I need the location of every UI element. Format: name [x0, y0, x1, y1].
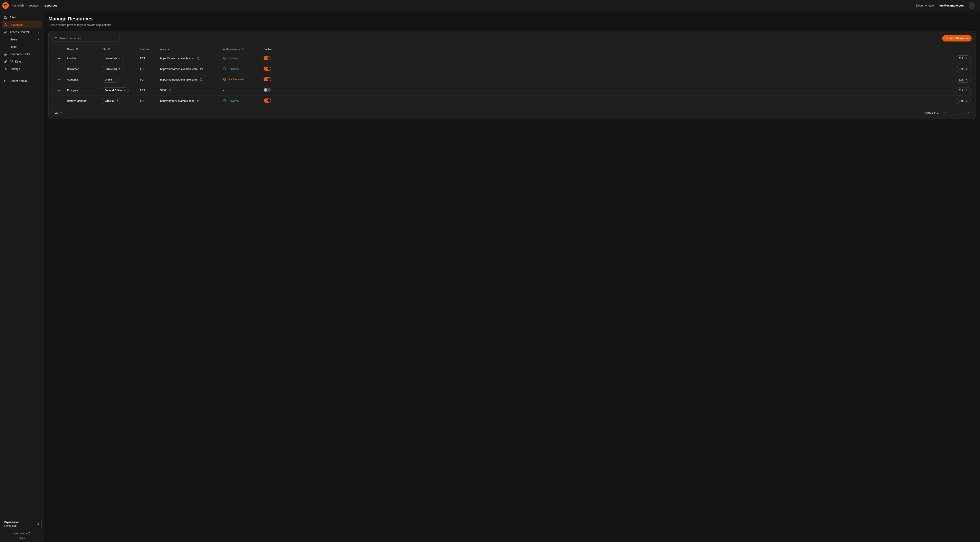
shield-off-icon — [223, 78, 226, 81]
site-link[interactable]: Office — [102, 77, 119, 83]
arrow-right-icon — [965, 68, 968, 70]
sidebar-item-label: Users — [10, 38, 18, 41]
row-menu-button[interactable]: ⋯ — [57, 56, 63, 61]
prev-page-button[interactable] — [950, 110, 956, 116]
auth-status: - — [223, 89, 224, 92]
arrow-right-icon — [965, 99, 968, 102]
users-icon — [4, 30, 7, 34]
organization-text: Organization Home Lab — [4, 521, 37, 527]
last-page-button[interactable] — [966, 110, 972, 116]
arrow-up-right-icon — [116, 100, 118, 102]
avatar[interactable]: J — [969, 2, 975, 9]
sidebar-item-users[interactable]: Users — [2, 36, 42, 43]
open-source-link[interactable]: Open Source — [2, 532, 42, 535]
documentation-link[interactable]: Documentation — [916, 4, 935, 7]
row-menu-button[interactable]: ⋯ — [57, 67, 63, 72]
sort-icon[interactable] — [241, 48, 244, 51]
column-header-site[interactable]: Site — [102, 48, 140, 51]
search-input[interactable] — [52, 35, 120, 42]
resource-protocol: TCP — [140, 89, 160, 92]
resource-protocol: TCP — [140, 78, 160, 81]
enabled-toggle[interactable] — [264, 77, 271, 81]
column-header-name[interactable]: Name — [67, 48, 102, 51]
chevrons-up-down-icon — [37, 523, 40, 526]
access-url: https://immich.example.com — [160, 57, 194, 60]
table-footer: 20 Page 1 of 1 — [52, 110, 972, 116]
row-menu-button[interactable]: ⋯ — [57, 88, 63, 93]
enabled-toggle[interactable] — [264, 99, 271, 103]
sort-icon[interactable] — [108, 48, 110, 51]
site-link[interactable]: Edge 01 — [102, 98, 121, 104]
edit-button[interactable]: Edit — [956, 66, 971, 72]
pagination: Page 1 of 1 — [925, 110, 972, 116]
access-url: https://battery.example.com — [160, 99, 194, 102]
copy-icon[interactable] — [196, 99, 200, 103]
organization-selector[interactable]: Organization Home Lab — [2, 519, 42, 529]
sidebar-item-api-keys[interactable]: API Keys — [2, 58, 42, 65]
enabled-toggle[interactable] — [264, 56, 271, 60]
sidebar-item-server-admin[interactable]: Server Admin — [2, 78, 42, 84]
copy-icon[interactable] — [200, 67, 204, 71]
sidebar-item-resources[interactable]: Resources — [2, 21, 42, 28]
auth-status: Protected — [223, 99, 239, 102]
breadcrumb-resources: resources — [44, 4, 57, 7]
server-icon — [4, 79, 7, 83]
page-size-value: 20 — [55, 111, 58, 114]
app-logo[interactable] — [2, 2, 9, 9]
sidebar-item-access-control[interactable]: Access Control — [2, 29, 42, 35]
user-email[interactable]: joe@example.com — [939, 4, 964, 7]
key-icon — [4, 60, 7, 63]
arrow-right-icon — [965, 89, 968, 92]
sidebar-item-sites[interactable]: Sites — [2, 14, 42, 21]
copy-icon[interactable] — [196, 56, 200, 60]
version-label: v1.3.0 — [2, 537, 42, 539]
site-link[interactable]: Home Lab — [102, 56, 124, 61]
table-row-bitwarden: ⋯ Bitwarden Home Lab TCP https://bitward… — [52, 64, 972, 74]
sidebar-item-label: Server Admin — [10, 79, 27, 83]
sort-icon[interactable] — [76, 48, 78, 51]
shield-check-icon — [223, 99, 226, 102]
site-link[interactable]: Second Office — [102, 88, 129, 93]
page-size-select[interactable]: 20 — [52, 110, 65, 116]
auth-status: Protected — [223, 67, 239, 70]
toggle-knob — [264, 88, 267, 92]
sidebar-item-settings[interactable]: Settings — [2, 65, 42, 72]
first-page-button[interactable] — [942, 110, 948, 116]
toggle-knob — [267, 67, 271, 70]
site-link[interactable]: Home Lab — [102, 66, 124, 72]
copy-icon[interactable] — [199, 78, 203, 81]
add-resource-button[interactable]: Add Resource — [942, 35, 972, 41]
open-source-label: Open Source — [13, 532, 27, 535]
sidebar-item-shareable-links[interactable]: Shareable Links — [2, 51, 42, 57]
table-row-immich: ⋯ Immich Home Lab TCP https://immich.exa… — [52, 53, 972, 64]
enabled-toggle[interactable] — [264, 67, 271, 71]
topbar-right: Documentation joe@example.com J — [916, 2, 975, 9]
arrow-up-right-icon — [118, 68, 121, 70]
edit-button[interactable]: Edit — [956, 98, 971, 104]
auth-status: Protected — [223, 57, 239, 60]
row-menu-button[interactable]: ⋯ — [57, 98, 63, 104]
sidebar-item-label: Shareable Links — [10, 53, 30, 56]
organization-label: Organization — [4, 521, 37, 524]
main-content: Manage Resources Create secure proxies t… — [44, 11, 980, 542]
enabled-toggle[interactable] — [264, 88, 271, 92]
next-page-button[interactable] — [958, 110, 964, 116]
auth-status: Not Protected — [223, 78, 244, 81]
resource-protocol: TCP — [140, 99, 160, 102]
breadcrumb-home-lab[interactable]: home-lab — [12, 4, 24, 7]
sidebar-item-label: Access Control — [10, 30, 29, 34]
sidebar-item-roles[interactable]: Roles — [2, 43, 42, 50]
sidebar-nav: Sites Resources Access Control Users — [0, 11, 44, 86]
row-menu-button[interactable]: ⋯ — [57, 77, 63, 82]
edit-button[interactable]: Edit — [956, 56, 971, 61]
breadcrumb-settings[interactable]: settings — [29, 4, 38, 7]
pangolin-logo-icon — [2, 2, 9, 9]
sidebar: Sites Resources Access Control Users — [0, 11, 44, 542]
search-box — [52, 35, 120, 42]
edit-button[interactable]: Edit — [956, 87, 971, 93]
grid-icon — [4, 16, 7, 19]
copy-icon[interactable] — [168, 88, 172, 92]
edit-button[interactable]: Edit — [956, 77, 971, 83]
gear-icon — [4, 67, 7, 70]
column-header-authentication[interactable]: Authentication — [223, 48, 264, 51]
